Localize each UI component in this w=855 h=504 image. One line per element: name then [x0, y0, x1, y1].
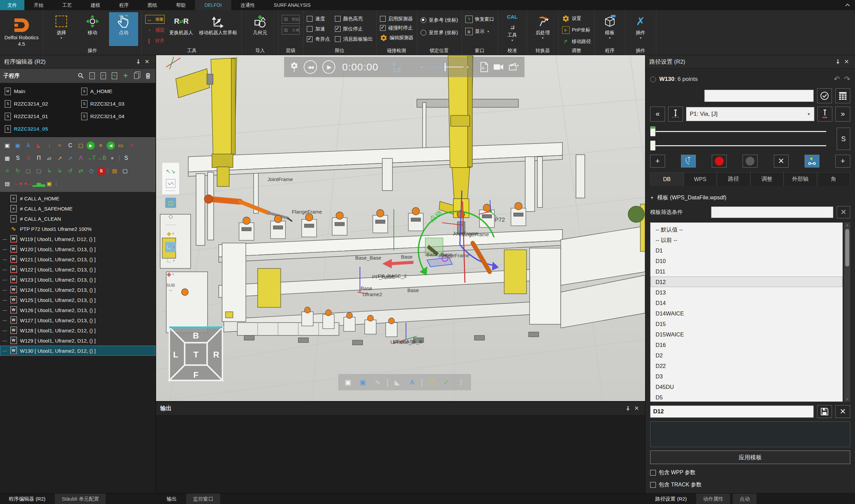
confirm-button[interactable] — [817, 88, 832, 103]
jog-button[interactable]: 点动 — [109, 12, 138, 46]
point-table-button[interactable] — [835, 88, 850, 103]
lock-radio[interactable]: 至世界 (坐标) — [421, 28, 458, 37]
menu-item[interactable]: DELFOI — [195, 0, 231, 10]
export-program-icon[interactable]: ↷ — [110, 72, 119, 80]
bottom-tab[interactable]: 动作属性 — [696, 493, 730, 504]
template-list-item[interactable]: D2 — [651, 350, 842, 360]
point-select[interactable]: P1: Via, [J]▼ — [686, 107, 814, 121]
program-line[interactable]: W124 [ Utool1, Uframe2, D13, () ] — [0, 285, 156, 295]
add-point-before-button[interactable]: + — [650, 155, 665, 167]
limit-checkbox[interactable]: 速度 — [307, 14, 330, 23]
viewport-3d[interactable]: JointFrame FlangeFrame P72 Base_Base Bas… — [156, 55, 645, 401]
menu-item[interactable]: SURF ANALYSIS — [265, 0, 320, 10]
frame-select-view-icon[interactable]: ▢ — [426, 376, 438, 388]
pin-icon[interactable] — [833, 57, 842, 66]
rewind-button[interactable]: ◀◀ — [304, 60, 317, 74]
lock-radio[interactable]: 至参考 (坐标) — [421, 16, 458, 25]
program-line[interactable]: W121 [ Utool1, Uframe2, D13, () ] — [0, 254, 156, 264]
bottom-tab[interactable]: Stäubli 单元配置 — [55, 493, 106, 504]
align-button[interactable]: ∥对齐 — [145, 37, 164, 46]
loop-c-icon[interactable]: ↻ — [13, 166, 22, 175]
bottom-tab[interactable]: 程序编辑器 (R2) — [2, 493, 52, 504]
move-button[interactable]: 移动 — [78, 12, 107, 46]
import-point-icon[interactable]: ↓ — [45, 141, 54, 150]
check-view-icon[interactable]: ✓ — [441, 376, 452, 388]
template-list-item[interactable]: D5 — [651, 392, 842, 402]
plugins-button[interactable]: ✗ 插件▼ — [629, 12, 653, 46]
pin-icon[interactable] — [134, 57, 143, 66]
add-point-after-button[interactable]: + — [835, 155, 850, 167]
template-list-item[interactable]: D22 — [651, 360, 842, 371]
checkbox[interactable] — [380, 25, 386, 31]
limit-checkbox[interactable]: 颜色高亮 — [335, 14, 373, 23]
template-option-checkbox[interactable]: 包含 WPP 参数 — [650, 468, 850, 477]
path-curve-icon[interactable]: ≈ — [55, 141, 64, 150]
limit-checkbox[interactable]: 奇异点 — [307, 35, 330, 44]
menu-item[interactable]: 开始 — [24, 0, 53, 10]
speed-slider[interactable]: −+ — [420, 60, 469, 74]
prev-point-button[interactable]: « — [650, 107, 665, 122]
to-base-icon[interactable]: →B — [97, 154, 106, 163]
swap-robot-button[interactable]: R⇄R 更换机器人 — [166, 12, 196, 46]
pnp-frame-button[interactable]: ⊱ PnP坐标 — [562, 26, 591, 35]
settings-tab[interactable]: 调整 — [750, 172, 784, 186]
move-robot-world-frame-button[interactable]: 移动机器人世界框 — [198, 12, 238, 46]
program-line[interactable]: W125 [ Utool1, Uframe2, D13, () ] — [0, 295, 156, 305]
path-range-slider[interactable] — [650, 141, 826, 151]
program-line[interactable]: W130 [ Utool1, Uframe2, D12, () ] — [0, 346, 156, 356]
step-mode-button[interactable]: S — [837, 128, 850, 150]
verify-path-button[interactable] — [804, 155, 819, 167]
path-points-icon[interactable]: ∿ — [372, 376, 384, 388]
bottom-tab[interactable]: 路径设置 (R2) — [648, 493, 694, 504]
checkbox[interactable] — [335, 16, 341, 22]
program-line[interactable]: W120 [ Utool1, Uframe2, D13, () ] — [0, 244, 156, 254]
template-list-item[interactable]: -- 默认值 -- — [651, 224, 842, 235]
checkbox[interactable] — [650, 482, 656, 488]
menu-item[interactable]: 建模 — [81, 0, 110, 10]
clear-filter-button[interactable]: ✕ — [837, 206, 850, 218]
settings-tab[interactable]: WPS — [684, 172, 717, 186]
chart-view-icon[interactable]: ◣ — [391, 376, 403, 388]
redo-icon[interactable]: ↷ — [844, 75, 850, 84]
dis2-icon[interactable]: ▢ — [34, 166, 43, 175]
template-list-item[interactable]: D14WAICE — [651, 308, 842, 319]
program-line[interactable]: W129 [ Utool1, Uframe2, D12, () ] — [0, 336, 156, 346]
template-list-item[interactable]: D12 — [651, 276, 842, 287]
checkbox[interactable] — [380, 16, 386, 22]
geometry-import-button[interactable]: 几何元 — [246, 12, 274, 46]
wait-icon[interactable]: ◷ — [87, 166, 96, 175]
path-yellow-icon[interactable]: ↗ — [55, 154, 64, 163]
frame-display-icon[interactable]: ◫ — [165, 198, 176, 208]
template-list-item[interactable]: -- 以前 -- — [651, 235, 842, 245]
puzzle-icon[interactable]: ▣ — [45, 179, 54, 188]
template-list-item[interactable]: D1 — [651, 245, 842, 255]
subprogram-item[interactable]: SR2ZC3214_02 — [1, 97, 78, 110]
sub-doc-icon[interactable]: S — [122, 154, 131, 163]
delete-point-button[interactable]: ✕ — [774, 155, 789, 167]
checkbox[interactable] — [307, 16, 313, 22]
sub-path-icon[interactable]: SUB⌣ — [165, 283, 176, 293]
collapse-triangle-icon[interactable]: ▼ — [650, 196, 654, 200]
bb-divider[interactable]: | — [421, 376, 423, 388]
subprogram-item[interactable]: SR2ZC3214_01 — [1, 110, 78, 123]
text-label-icon[interactable]: A — [24, 141, 33, 150]
checkbox[interactable] — [335, 26, 341, 32]
path-blue-icon[interactable]: ↗ — [66, 154, 75, 163]
template-list-item[interactable]: D10 — [651, 255, 842, 266]
zigzag-icon[interactable]: Π — [34, 154, 43, 163]
template-button[interactable]: 模板▼ — [598, 12, 622, 46]
branch-icon[interactable]: ↳ — [45, 166, 54, 175]
program-line[interactable]: PTP P72 Utool1 Uframe2 100% — [0, 224, 156, 234]
point-comment-input[interactable] — [704, 90, 814, 102]
axes-icon[interactable]: ∟▼ — [165, 255, 176, 266]
close-icon[interactable]: ✕ — [632, 404, 641, 413]
select-button[interactable]: 选择▼ — [47, 12, 76, 46]
template-list-item[interactable]: D15WAICE — [651, 329, 842, 340]
record-button[interactable] — [712, 155, 727, 167]
program-line[interactable]: W123 [ Utool1, Uframe2, D13, () ] — [0, 274, 156, 285]
loop-icon[interactable]: ↺ — [66, 166, 75, 175]
subprogram-item[interactable]: SR2ZC3214_05 — [1, 123, 78, 135]
settings-tab[interactable]: DB — [650, 172, 684, 186]
bottom-tab[interactable]: 输出 — [160, 493, 183, 504]
pdf-export-icon[interactable]: A — [480, 62, 488, 72]
